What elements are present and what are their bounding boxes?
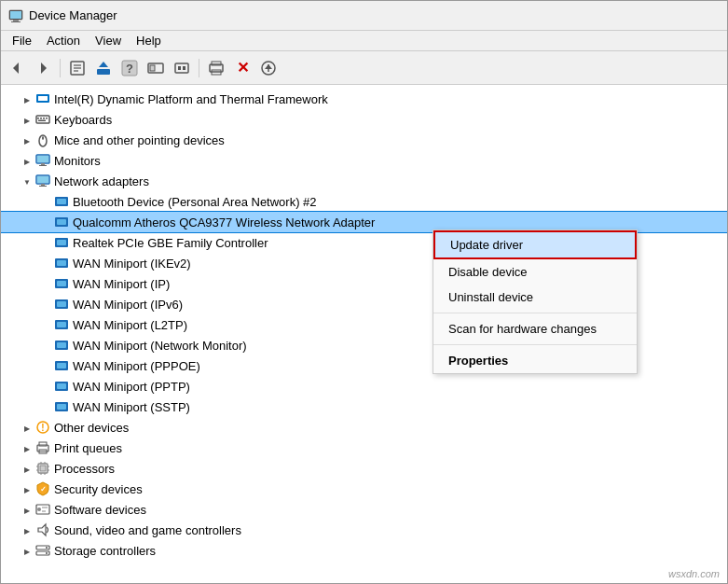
svg-marker-11 (99, 62, 108, 67)
svg-point-35 (42, 137, 44, 139)
svg-rect-41 (37, 176, 48, 183)
context-menu-uninstall[interactable]: Uninstall device (433, 285, 637, 310)
context-menu: Update driver Disable device Uninstall d… (433, 229, 638, 374)
menu-file[interactable]: File (5, 32, 39, 49)
svg-rect-65 (57, 404, 66, 410)
svg-rect-26 (38, 96, 48, 101)
expand-print[interactable] (20, 438, 34, 458)
icon-sound (34, 521, 51, 538)
tree-item-wan-pptp[interactable]: WAN Miniport (PPTP) (1, 376, 727, 396)
svg-rect-3 (11, 21, 21, 22)
icon-wan-ipv6 (53, 296, 70, 313)
expand-processors[interactable] (20, 458, 34, 479)
label-print: Print queues (54, 441, 122, 455)
svg-marker-86 (38, 524, 46, 535)
icon-bluetooth (53, 193, 70, 210)
svg-rect-63 (57, 383, 66, 389)
svg-marker-5 (41, 63, 47, 74)
icon-mice (34, 132, 51, 148)
tree-item-monitors[interactable]: Monitors (1, 150, 727, 171)
tree-item-bluetooth[interactable]: Bluetooth Device (Personal Area Network)… (1, 191, 727, 212)
svg-rect-59 (57, 342, 66, 348)
svg-point-90 (46, 552, 48, 554)
tree-item-storage[interactable]: Storage controllers (1, 540, 727, 561)
menu-help[interactable]: Help (129, 32, 169, 49)
title-bar-text: Device Manager (29, 8, 117, 22)
tree-item-keyboards[interactable]: Keyboards (1, 109, 727, 130)
back-button[interactable] (5, 56, 29, 80)
label-wan-ip: WAN Miniport (IP) (73, 277, 170, 291)
tree-item-software[interactable]: Software devices (1, 499, 727, 520)
toolbar-sep-1 (60, 59, 61, 77)
toolbar: ? ✕ (1, 51, 727, 85)
svg-rect-16 (175, 63, 188, 73)
tree-item-sound[interactable]: Sound, video and game controllers (1, 520, 727, 540)
expand-network[interactable] (20, 171, 34, 191)
tree-item-intel[interactable]: Intel(R) Dynamic Platform and Thermal Fr… (1, 89, 727, 109)
scan-button[interactable] (170, 56, 194, 80)
expand-software[interactable] (20, 499, 34, 520)
icon-storage (34, 542, 51, 559)
label-bluetooth: Bluetooth Device (Personal Area Network)… (73, 195, 317, 209)
context-menu-scan[interactable]: Scan for hardware changes (433, 316, 637, 341)
forward-button[interactable] (31, 56, 55, 80)
svg-rect-29 (40, 118, 42, 119)
tree-item-other[interactable]: ! Other devices (1, 417, 727, 438)
tree-item-network[interactable]: Network adapters (1, 171, 727, 191)
update-driver-button[interactable] (91, 56, 116, 80)
print-button[interactable] (204, 56, 228, 80)
icon-network (34, 173, 51, 189)
svg-rect-18 (183, 66, 185, 70)
svg-rect-2 (13, 20, 19, 21)
svg-rect-32 (38, 120, 46, 122)
expand-sound[interactable] (20, 520, 34, 540)
tree-item-security[interactable]: ✓ Security devices (1, 479, 727, 499)
delete-button[interactable]: ✕ (230, 56, 254, 80)
svg-rect-47 (57, 219, 66, 225)
svg-rect-51 (57, 260, 66, 266)
expand-security[interactable] (20, 479, 34, 499)
svg-rect-27 (36, 116, 49, 123)
icon-print (34, 439, 51, 456)
svg-rect-72 (40, 466, 46, 471)
context-menu-disable[interactable]: Disable device (433, 259, 637, 285)
tree-item-processors[interactable]: Processors (1, 458, 727, 479)
context-menu-properties[interactable]: Properties (433, 348, 637, 373)
menu-bar: File Action View Help (1, 31, 727, 51)
download-button[interactable] (256, 56, 281, 80)
tree-item-print[interactable]: Print queues (1, 438, 727, 458)
properties-button[interactable] (65, 56, 89, 80)
svg-marker-4 (13, 63, 19, 74)
tree-item-mice[interactable]: Mice and other pointing devices (1, 130, 727, 150)
title-bar-icon (8, 8, 23, 23)
context-menu-divider-2 (433, 344, 637, 345)
svg-rect-1 (10, 11, 21, 19)
label-mice: Mice and other pointing devices (54, 133, 225, 147)
tree-item-wan-sstp[interactable]: WAN Miniport (SSTP) (1, 396, 727, 417)
label-storage: Storage controllers (54, 544, 156, 558)
menu-view[interactable]: View (88, 32, 129, 49)
expand-mice[interactable] (20, 130, 34, 150)
expand-intel[interactable] (20, 89, 34, 109)
svg-rect-45 (57, 199, 66, 204)
expand-storage[interactable] (20, 540, 34, 561)
help-button[interactable]: ? (117, 56, 142, 80)
svg-rect-61 (57, 363, 66, 368)
svg-rect-43 (39, 186, 47, 187)
context-menu-update[interactable]: Update driver (433, 230, 637, 259)
label-qualcomm: Qualcomm Atheros QCA9377 Wireless Networ… (73, 216, 375, 229)
device-manager-window: Device Manager File Action View Help (0, 0, 728, 584)
menu-action[interactable]: Action (39, 32, 88, 49)
toggle-button[interactable] (144, 56, 168, 80)
expand-keyboards[interactable] (20, 109, 34, 130)
svg-point-83 (37, 508, 41, 511)
svg-rect-38 (41, 163, 45, 165)
expand-monitors[interactable] (20, 150, 34, 171)
label-monitors: Monitors (54, 154, 101, 168)
svg-rect-10 (97, 69, 110, 75)
svg-rect-15 (150, 65, 155, 71)
expand-other[interactable] (20, 417, 34, 438)
label-security: Security devices (54, 482, 143, 496)
icon-intel (34, 90, 51, 107)
svg-text:✓: ✓ (40, 485, 47, 494)
